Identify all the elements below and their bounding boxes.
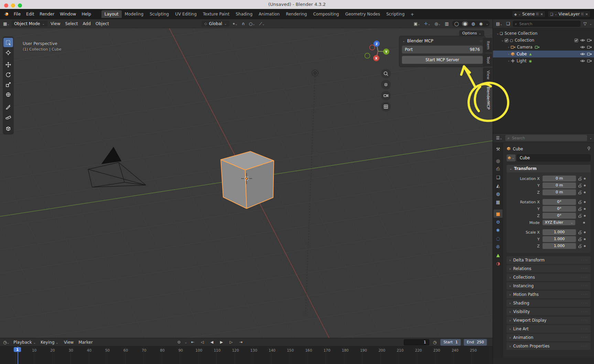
sidebar-tab[interactable]: Tool [483, 53, 492, 67]
lock-open-icon[interactable] [578, 200, 582, 204]
chevron-down-icon[interactable]: ⌄ [589, 136, 592, 140]
properties-tab[interactable]: ✇ [494, 243, 503, 251]
camera-view-icon[interactable] [381, 91, 391, 100]
select-box-tool[interactable] [3, 38, 13, 47]
viewport-canvas[interactable]: Z Y X [0, 28, 493, 338]
topbar-menu-item[interactable]: Edit [23, 11, 37, 18]
rotate-tool[interactable] [3, 70, 13, 79]
workspace-tab[interactable]: Animation [256, 10, 283, 18]
move-tool[interactable] [3, 60, 13, 69]
value-field[interactable]: 1.000 [542, 229, 576, 235]
wireframe-shading-icon[interactable]: ◯ [453, 21, 460, 26]
animate-dot-icon[interactable]: ● [584, 245, 586, 247]
cursor-tool[interactable] [3, 48, 13, 57]
timeline-menu-item[interactable]: View [62, 339, 76, 345]
value-field[interactable]: 1.000 [542, 243, 576, 249]
filter-icon[interactable]: ▽ [582, 21, 587, 26]
collapsed-section-row[interactable]: › Instancing ···· [507, 282, 591, 290]
properties-tab[interactable]: ◎ [494, 157, 503, 165]
animate-dot-icon[interactable]: ● [584, 238, 586, 240]
topbar-menu-item[interactable]: Window [57, 11, 79, 18]
properties-search[interactable]: ⌕ [505, 135, 587, 141]
axis-y-icon[interactable]: Y [383, 49, 389, 55]
rendered-shading-icon[interactable]: ◉ [478, 21, 484, 26]
transform-section-header[interactable]: ⌄ Transform [507, 165, 591, 172]
zoom-window-button[interactable] [18, 3, 22, 8]
add-cube-tool[interactable] [3, 124, 13, 133]
render-camera-icon[interactable] [587, 39, 592, 42]
properties-tab[interactable]: ▲ [494, 251, 503, 259]
properties-tab[interactable]: ⎙ [494, 165, 503, 173]
transform-orientation-dropdown[interactable]: ◇ Global⌄ [202, 21, 230, 27]
expand-icon[interactable]: › [507, 52, 511, 56]
properties-tab[interactable]: ◭ [494, 181, 503, 190]
checkbox-icon[interactable] [505, 39, 508, 42]
outliner-row-collection[interactable]: ⌄ ▢ Collection [493, 37, 594, 44]
collapsed-section-row[interactable]: › Visibility ···· [507, 308, 591, 315]
shading-dropdown-icon[interactable]: ⌄ [486, 22, 488, 25]
workspace-tab[interactable]: Shading [233, 10, 256, 18]
remove-view-layer-icon[interactable]: ✕ [585, 12, 588, 16]
sidebar-tab[interactable]: BlenderMCP [483, 84, 492, 113]
playhead[interactable]: 1 [14, 346, 22, 364]
ortho-grid-icon[interactable] [381, 102, 391, 111]
lock-open-icon[interactable] [578, 237, 582, 241]
workspace-tab[interactable]: Texture Paint [200, 10, 233, 18]
lock-open-icon[interactable] [578, 177, 582, 181]
timeline-dropdown-menu[interactable]: Keying ⌄ [38, 339, 61, 345]
workspace-tab[interactable]: Compositing [310, 10, 342, 18]
jump-to-end-button[interactable]: ⇥ [237, 339, 245, 345]
editor-type-icon[interactable]: ▦⌄ [2, 21, 11, 26]
outliner-row-scene-collection[interactable]: ⌄ ❏ Scene Collection [493, 30, 594, 37]
value-field[interactable]: 0° [542, 206, 576, 212]
viewport-menu-item[interactable]: View [48, 21, 63, 27]
collapse-panel-icon[interactable]: ⌄ [402, 39, 405, 43]
value-field[interactable]: 0° [542, 213, 576, 219]
next-keyframe-button[interactable]: ▷ [227, 339, 235, 345]
snap-target-icon[interactable]: ⌖⌄ [231, 21, 238, 26]
magnet-snap-icon[interactable]: ∩ [241, 21, 246, 26]
sidebar-tab[interactable]: Item [483, 38, 492, 53]
hide-eye-icon[interactable] [580, 39, 585, 42]
properties-tab[interactable]: ✱ [494, 226, 503, 234]
topbar-menu-item[interactable]: Render [37, 11, 57, 18]
workspace-tab[interactable]: Sculpting [147, 10, 172, 18]
transform-tool[interactable] [3, 90, 13, 99]
solid-shading-icon[interactable]: ● [462, 21, 468, 26]
viewport-menu-item[interactable]: Add [80, 21, 93, 27]
collapsed-section-row[interactable]: › Motion Paths ···· [507, 291, 591, 298]
outliner-row-camera[interactable]: › Camera [493, 44, 594, 51]
object-name-field[interactable]: Cube [517, 154, 591, 161]
value-field[interactable]: 0 m [542, 182, 576, 189]
viewport-menu-item[interactable]: Object [93, 21, 111, 27]
material-shading-icon[interactable]: ◍ [470, 21, 476, 26]
viewport-3d[interactable]: Z Y X User Perspective (1) Collection | … [0, 28, 493, 338]
properties-tab[interactable]: ❏ [494, 173, 503, 181]
animate-dot-icon[interactable]: ● [584, 191, 586, 194]
unlink-scene-icon[interactable]: ✕ [540, 12, 543, 16]
chevron-down-icon[interactable]: ⌄ [589, 22, 592, 25]
zoom-icon[interactable] [381, 69, 391, 78]
properties-tab[interactable]: ▦ [494, 198, 503, 206]
measure-tool[interactable] [3, 112, 13, 121]
properties-tab[interactable]: ◌ [494, 234, 503, 243]
new-scene-icon[interactable]: ⎘ [536, 12, 539, 16]
cube-object[interactable] [221, 151, 274, 208]
overlays-icon[interactable]: ◎⌄ [433, 21, 442, 26]
topbar-menu-item[interactable]: File [11, 11, 23, 18]
collapsed-section-row[interactable]: › Line Art ···· [507, 325, 591, 333]
close-window-button[interactable] [4, 3, 8, 8]
proportional-edit-icon[interactable]: ○⌄ [248, 21, 256, 26]
expand-icon[interactable]: › [507, 45, 511, 49]
play-button[interactable]: ▶ [217, 339, 226, 345]
falloff-icon[interactable]: ⟋⌄ [258, 21, 266, 26]
value-field[interactable]: 0 m [542, 175, 576, 182]
properties-tab[interactable]: ■ [494, 210, 503, 218]
current-frame-field[interactable]: 1 [404, 339, 429, 345]
render-camera-icon[interactable] [587, 59, 592, 63]
animate-dot-icon[interactable]: ● [584, 214, 586, 217]
pan-hand-icon[interactable] [381, 80, 391, 89]
xray-toggle-icon[interactable]: ▥ [444, 21, 450, 26]
render-camera-icon[interactable] [587, 52, 592, 56]
collapsed-section-row[interactable]: › Viewport Display ···· [507, 317, 591, 324]
